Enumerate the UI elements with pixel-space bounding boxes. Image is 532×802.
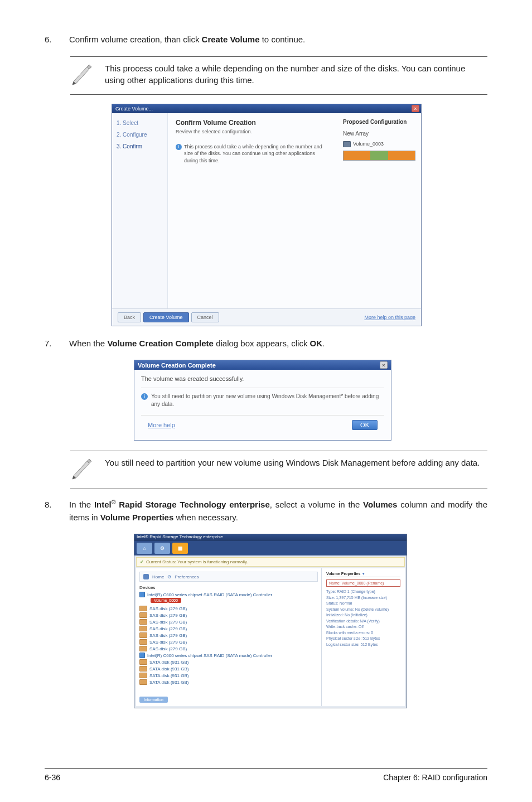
controller-label: Intel(R) C600 series chipset SAS RAID (S… [147,592,272,597]
dialog-titlebar: Create Volume... × [112,104,421,113]
prop-line[interactable]: Size: 1,397,715 MB (Increase size) [326,595,400,601]
drive-label: SATA disk (931 GB) [149,673,188,678]
prop-line[interactable]: Verification details: N/A (Verify) [326,619,400,625]
disk-icon [139,646,147,651]
dialog-title: Create Volume... [115,106,153,112]
prop-line: Write-back cache: Off [326,624,400,630]
rst-screenshot: Intel® Rapid Storage Technology enterpri… [134,534,407,708]
registered-icon: ® [112,499,116,505]
disk-icon [139,639,147,645]
prop-name[interactable]: Name: Volume_0000 (Rename) [326,579,400,587]
step-7-text-c: . [322,339,325,348]
list-item[interactable]: SATA disk (931 GB) [139,672,318,679]
home-icon [143,574,149,579]
step-8-bold1b: Rapid Storage Technology enterprise [116,500,270,509]
list-item[interactable]: SAS disk (279 GB) [139,645,318,652]
list-item[interactable]: SAS disk (279 GB) [139,612,318,619]
sidebar-step-1: 1. Select [117,120,163,126]
controller-label: Intel(R) C600 series chipset SAS RAID (S… [147,653,272,658]
list-item[interactable]: SAS disk (279 GB) [139,632,318,639]
drive-label: SAS disk (279 GB) [149,633,187,638]
information-button[interactable]: Information [139,697,168,703]
list-item[interactable]: SATA disk (931 GB) [139,679,318,685]
list-item[interactable]: SAS disk (279 GB) [139,639,318,645]
dialog-body: 1. Select 2. Configure 3. Confirm Confir… [112,113,421,308]
step-8-text-b: , select a volume in the [270,500,363,509]
create-volume-button[interactable]: Create Volume [143,312,189,322]
pref-tab-icon[interactable]: ⚙ [154,543,170,554]
step-8-text-d: when necessary. [173,513,238,522]
create-volume-dialog-screenshot: Create Volume... × 1. Select 2. Configur… [112,104,487,326]
disk-icon [139,606,147,611]
wizard-sidebar: 1. Select 2. Configure 3. Confirm [112,113,168,308]
pref-icon: ⚙ [167,574,171,579]
disk-icon [139,612,147,618]
drive-label: SAS disk (279 GB) [149,620,187,625]
step-6-text: Confirm volume creation, than click Crea… [69,33,487,46]
more-help-link[interactable]: More help [148,422,175,428]
drive-label: SAS disk (279 GB) [149,646,187,651]
sidebar-step-3: 3. Confirm [117,143,163,149]
step-7-bold2: OK [310,339,323,348]
list-item[interactable]: SAS disk (279 GB) [139,619,318,625]
close-icon[interactable]: × [380,361,388,369]
step-6: 6. Confirm volume creation, than click C… [45,33,487,46]
step-7: 7. When the Volume Creation Complete dia… [45,337,487,350]
note-2: You still need to partition your new vol… [70,451,487,489]
disk-icon [139,619,147,625]
more-help-link[interactable]: More help on this page [364,315,415,320]
back-button[interactable]: Back [118,312,141,322]
dialog-heading: Confirm Volume Creation [176,119,330,127]
step-8: 8. In the Intel® Rapid Storage Technolog… [45,498,487,524]
prop-line[interactable]: Initialized: No (Initialize) [326,612,400,619]
chapter-title: Chapter 6: RAID configuration [383,773,487,782]
controller-row[interactable]: Intel(R) C600 series chipset SAS RAID (S… [139,652,318,659]
step-6-bold: Create Volume [202,35,260,44]
step-8-bold3: Volume Properties [100,513,173,522]
drive-label: SATA disk (931 GB) [149,666,188,671]
rp-sub: New Array [343,131,415,137]
step-6-text-a: Confirm volume creation, than click [69,35,202,44]
pencil-icon [70,456,96,484]
dialog2-titlebar: Volume Creation Complete × [134,360,391,370]
disk-icon [139,659,147,665]
prop-line: Physical sector size: 512 Bytes [326,636,400,642]
home-label[interactable]: Home [152,574,164,579]
raid-band-icon [343,151,415,161]
drive-label: SATA disk (931 GB) [149,680,188,685]
step-8-text-a: In the [69,500,94,509]
volume-creation-complete-dialog: Volume Creation Complete × The volume wa… [134,360,391,441]
prop-line: Blocks with media errors: 0 [326,630,400,636]
volume-properties-panel: Volume Properties ▼ Name: Volume_0000 (R… [321,568,405,706]
prop-line[interactable]: System volume: No (Delete volume) [326,607,400,613]
volumes-tab-icon[interactable]: ▦ [172,543,188,554]
pencil-icon [70,61,96,90]
check-icon: ✔ [140,559,144,564]
disk-icon [139,632,147,638]
rst-devices: Devices Intel(R) C600 series chipset SAS… [139,585,318,703]
controller-icon [139,592,145,597]
prop-line[interactable]: Type: RAID 1 (Change type) [326,589,400,595]
dialog2-body: The volume was created successfully. i Y… [134,370,391,440]
volume-badge[interactable]: Volume_0000 [151,598,181,603]
list-item[interactable]: SAS disk (279 GB) [139,625,318,632]
note-2-text: You still need to partition your new vol… [105,456,487,484]
note-1: This process could take a while dependin… [70,56,487,95]
list-item[interactable]: SATA disk (931 GB) [139,665,318,672]
list-item[interactable]: SAS disk (279 GB) [139,605,318,612]
home-tab-icon[interactable]: ⌂ [137,543,152,554]
dialog-footer: Back Create Volume Cancel More help on t… [112,308,421,326]
step-8-number: 8. [45,499,56,511]
disk-icon [139,673,147,678]
ok-button[interactable]: OK [352,420,378,430]
devices-section: Devices [139,585,318,590]
controller-row[interactable]: Intel(R) C600 series chipset SAS RAID (S… [139,591,318,598]
info-icon: i [176,144,182,150]
status-text: Current Status: Your system is functioni… [146,559,248,564]
list-item[interactable]: SATA disk (931 GB) [139,659,318,665]
pref-label[interactable]: Preferences [175,574,199,579]
disk-icon [343,141,351,147]
dialog2-line2: i You still need to partition your new v… [141,388,384,408]
close-icon[interactable]: × [412,105,419,112]
cancel-button[interactable]: Cancel [191,312,219,322]
